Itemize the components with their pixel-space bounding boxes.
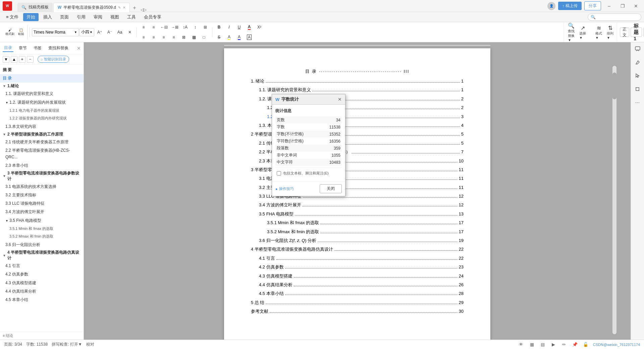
sidebar-close-btn[interactable]: ✕ bbox=[77, 46, 81, 51]
upload-btn[interactable]: ↑ 稿上传 bbox=[558, 2, 582, 10]
sidebar-section-4[interactable]: ▼ 4 半桥型零电流准谐振变换器电路仿真设计 bbox=[0, 249, 84, 262]
status-pin-icon[interactable]: 📌 bbox=[572, 341, 578, 348]
paste-btn[interactable]: 📋 粘贴 bbox=[16, 28, 26, 37]
minimize-btn[interactable]: － bbox=[604, 2, 614, 10]
border-btn[interactable]: □ bbox=[199, 33, 209, 42]
sidebar-item-abstract[interactable]: 摘 要 bbox=[0, 66, 84, 74]
font-shrink-btn[interactable]: A⁻ bbox=[105, 28, 114, 37]
font-size-selector[interactable]: 小四 ▼ bbox=[79, 28, 94, 36]
status-list-icon[interactable]: ▤ bbox=[539, 341, 546, 348]
align-justify-btn[interactable]: ≡ bbox=[169, 33, 178, 42]
doc-area[interactable]: 目 录 ····································… bbox=[84, 42, 631, 340]
align-left-btn[interactable]: ≡ bbox=[139, 33, 148, 42]
font-grow-btn[interactable]: A⁺ bbox=[95, 28, 104, 37]
sidebar-item-4-3[interactable]: 4.3 仿真模型搭建 bbox=[0, 279, 84, 287]
align-center-btn[interactable]: ≡ bbox=[149, 33, 158, 42]
distributed-btn[interactable]: ⊠ bbox=[179, 33, 189, 42]
sidebar-item-3-2[interactable]: 3.2 主要技术指标 bbox=[0, 191, 84, 199]
format-btn-right[interactable]: ≋ 格式▼ bbox=[594, 28, 603, 37]
sidebar-item-3-1[interactable]: 3.1 电源系统的技术方案选择 bbox=[0, 183, 84, 191]
rt-comment-btn[interactable] bbox=[632, 44, 643, 54]
sidebar-item-3-5-1[interactable]: 3.5.1 Mmin 和 fmax 的选取 bbox=[0, 225, 84, 233]
add-btn[interactable]: + bbox=[19, 56, 25, 63]
status-grid-icon[interactable]: ▦ bbox=[529, 341, 535, 348]
proofread-status[interactable]: 校对 bbox=[86, 342, 94, 347]
status-lock-icon[interactable]: 🔓 bbox=[582, 341, 589, 348]
find-replace-btn[interactable]: 🔍 查找替换▼ bbox=[567, 28, 576, 37]
menu-file[interactable]: ≡ 文件 bbox=[3, 13, 22, 21]
sidebar-item-3-6[interactable]: 3.6 归一化阻抗分析 bbox=[0, 241, 84, 249]
dialog-tips-link[interactable]: ● 操作技巧 bbox=[275, 186, 294, 191]
change-case-btn[interactable]: Aa bbox=[115, 28, 124, 37]
menu-reference[interactable]: 引用 bbox=[73, 13, 89, 21]
tab-close-btn[interactable]: ✕ bbox=[123, 6, 125, 9]
up-btn[interactable]: ▲ bbox=[11, 56, 17, 63]
tab-nav-arrow-right[interactable]: ▷ bbox=[144, 7, 147, 12]
tab-add-btn[interactable]: ＋ bbox=[130, 4, 139, 12]
spell-check-status[interactable]: 拼写检查: 打开▼ bbox=[52, 342, 82, 347]
sidebar-tab-toc[interactable]: 目录 bbox=[3, 44, 13, 52]
list-unordered-btn[interactable]: ≡ bbox=[139, 22, 148, 32]
sidebar-item-3-5[interactable]: ▼ 3.5 FHA 电路模型 bbox=[0, 216, 84, 225]
rt-crop-btn[interactable] bbox=[632, 84, 643, 95]
sidebar-tab-chapter[interactable]: 章节 bbox=[17, 45, 28, 52]
rt-pen-btn[interactable] bbox=[632, 57, 643, 68]
italic-btn[interactable]: I bbox=[224, 22, 234, 32]
menu-search-input[interactable] bbox=[588, 13, 641, 21]
sidebar-tab-find[interactable]: 查找和替换 bbox=[47, 45, 70, 52]
sort-btn[interactable]: ↕A bbox=[180, 22, 190, 32]
tab-nav-arrow[interactable]: ◁ bbox=[141, 7, 144, 12]
bold-btn[interactable]: B bbox=[214, 22, 224, 32]
sidebar-item-toc[interactable]: 目 录 bbox=[0, 74, 84, 83]
sidebar-item-1-1[interactable]: 1.1. 课题研究的背景和意义 bbox=[0, 90, 84, 98]
sidebar-item-1-2[interactable]: ▼ 1.2. 课题研究的国内外发展现状 bbox=[0, 98, 84, 107]
menu-review[interactable]: 审阅 bbox=[90, 13, 106, 21]
rt-more-btn[interactable]: ··· bbox=[632, 97, 643, 108]
sidebar-item-1-2-1[interactable]: 1.2.1 电力电子器件的发展现状 bbox=[0, 107, 84, 115]
align-right-btn[interactable]: ≡ bbox=[159, 33, 168, 42]
format-brush-btn[interactable]: 🖌 格式刷 bbox=[4, 28, 16, 37]
tab-findshell[interactable]: 🔍 找稿壳模板 bbox=[17, 3, 53, 12]
sidebar-item-2-3[interactable]: 2.3 本章小结 bbox=[0, 161, 84, 170]
menu-page[interactable]: 页面 bbox=[57, 13, 72, 21]
list-ordered-btn[interactable]: ≡ bbox=[149, 22, 158, 32]
sidebar-section-1[interactable]: ▼ 1.绪论 bbox=[0, 83, 84, 90]
column-btn[interactable]: ⊞ bbox=[201, 22, 210, 32]
sidebar-item-3-4[interactable]: 3.4 方波的傅立叶展开 bbox=[0, 208, 84, 216]
rt-pointer-btn[interactable] bbox=[632, 70, 643, 81]
dialog-close-btn-footer[interactable]: 关闭 bbox=[320, 184, 342, 193]
sidebar-item-2-2[interactable]: 2.2 半桥零电流谐振变换器(HB-ZCS-QRC... bbox=[0, 146, 84, 161]
sidebar-item-3-3[interactable]: 3.3 LLC 谐振电路特征 bbox=[0, 199, 84, 208]
sidebar-section-2[interactable]: ▼ 2 半桥型谐振变换器的工作原理 bbox=[0, 131, 84, 138]
sidebar-item-4-5[interactable]: 4.5 本章小结 bbox=[0, 296, 84, 304]
sidebar-item-4-2[interactable]: 4.2 仿真参数 bbox=[0, 270, 84, 279]
sidebar-item-2-1[interactable]: 2.1 传统硬开关半桥变换器工作原理 bbox=[0, 138, 84, 146]
menu-view[interactable]: 视图 bbox=[107, 13, 122, 21]
menu-start[interactable]: 开始 bbox=[23, 13, 39, 21]
collapse-btn[interactable]: ▼ bbox=[3, 56, 9, 63]
remove-btn[interactable]: － bbox=[27, 56, 34, 63]
style-normal-btn[interactable]: 正文 bbox=[620, 28, 629, 37]
para-shading-btn[interactable]: ▩ bbox=[189, 33, 199, 42]
status-edit-icon[interactable]: ✏ bbox=[561, 341, 568, 348]
char-shading-btn[interactable]: A bbox=[234, 33, 244, 42]
sidebar-item-4-1[interactable]: 4.1 引言 bbox=[0, 262, 84, 270]
sidebar-item-4-4[interactable]: 4.4 仿真结果分析 bbox=[0, 287, 84, 296]
font-color-btn[interactable]: A bbox=[245, 22, 254, 32]
ai-toc-btn[interactable]: ○ 智能识别目录 bbox=[38, 56, 69, 63]
sidebar-item-1-3[interactable]: 1.3.本文研究内容 bbox=[0, 122, 84, 131]
underline-btn[interactable]: U bbox=[234, 22, 244, 32]
status-view-icon[interactable]: 👁 bbox=[518, 341, 525, 348]
highlight-btn[interactable]: A bbox=[224, 33, 234, 42]
share-btn[interactable]: 分享 bbox=[584, 1, 601, 10]
clear-format-btn[interactable]: ✕ bbox=[125, 28, 135, 37]
close-btn[interactable]: ✕ bbox=[631, 2, 641, 10]
menu-insert[interactable]: 插入 bbox=[40, 13, 55, 21]
strikethrough-btn[interactable]: S bbox=[214, 33, 224, 42]
line-spacing-btn[interactable]: ↕ bbox=[191, 22, 200, 32]
indent-decrease-btn[interactable]: ←⊟ bbox=[159, 22, 169, 32]
select-btn[interactable]: ↗ 选择▼ bbox=[578, 28, 587, 37]
superscript-btn[interactable]: X² bbox=[255, 22, 264, 32]
indent-increase-btn[interactable]: →⊞ bbox=[170, 22, 180, 32]
doc-scrollbar-thumb[interactable] bbox=[612, 72, 616, 99]
